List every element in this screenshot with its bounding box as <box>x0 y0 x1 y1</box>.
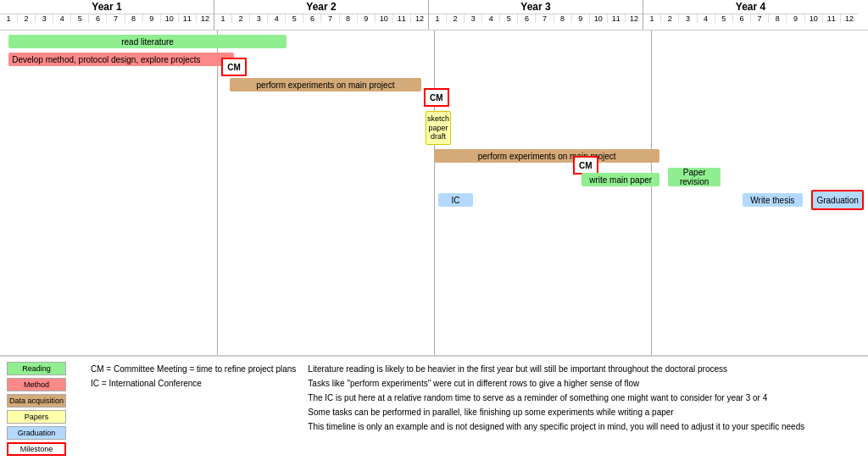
gantt-bars-area: read literature Develop method, protocol… <box>0 31 868 356</box>
bar-ic: IC <box>438 193 473 207</box>
legend-colors: Reading Method Data acquisition Papers G… <box>7 362 79 461</box>
legend-papers: Papers <box>7 410 79 424</box>
legend-area: Reading Method Data acquisition Papers G… <box>0 356 868 466</box>
grid-line-y3 <box>434 31 435 355</box>
bar-read-literature: read literature <box>8 35 287 48</box>
grid-line-y4 <box>651 31 652 355</box>
legend-reading: Reading <box>7 362 79 375</box>
bar-perform-exp2: perform experiments on main project <box>434 149 659 163</box>
year3-label: Year 3 <box>429 0 643 14</box>
year1-months: 1 2 3 4 5 6 7 8 9 10 11 12 <box>0 14 214 23</box>
legend-milestone: Milestone <box>7 442 79 456</box>
year2-label: Year 2 <box>214 0 428 14</box>
milestone-cm2: CM <box>424 88 449 107</box>
header-row: Year 1 1 2 3 4 5 6 7 8 9 10 11 12 Year 2… <box>0 0 868 31</box>
legend-cm-ic-text: CM = Committee Meeting = time to refine … <box>79 362 308 461</box>
year1-block: Year 1 1 2 3 4 5 6 7 8 9 10 11 12 <box>0 0 214 30</box>
year2-months: 1 2 3 4 5 6 7 8 9 10 11 12 <box>214 14 428 23</box>
legend-method: Method <box>7 378 79 391</box>
bar-paper-revision: Paperrevision <box>668 168 720 186</box>
bar-write-main-paper: write main paper <box>581 173 659 186</box>
bar-graduation: Graduation <box>811 190 863 210</box>
bar-sketch-paper: sketchpaperdraft <box>426 111 452 145</box>
gantt-chart: Year 1 1 2 3 4 5 6 7 8 9 10 11 12 Year 2… <box>0 0 868 466</box>
grid-line-y2 <box>217 31 218 355</box>
legend-data-acq: Data acquisition <box>7 394 79 408</box>
bar-write-thesis: Write thesis <box>743 193 804 207</box>
year3-block: Year 3 1 2 3 4 5 6 7 8 9 10 11 12 <box>429 0 643 30</box>
year4-months: 1 2 3 4 5 6 7 8 9 10 11 12 <box>643 14 858 23</box>
year1-label: Year 1 <box>0 0 214 14</box>
year3-months: 1 2 3 4 5 6 7 8 9 10 11 12 <box>429 14 643 23</box>
legend-description: Literature reading is likely to be heavi… <box>308 362 861 461</box>
milestone-cm3: CM <box>573 156 598 175</box>
legend-graduation: Graduation <box>7 426 79 440</box>
bar-develop-method: Develop method, protocol design, explore… <box>8 53 234 66</box>
bar-perform-exp1: perform experiments on main project <box>230 78 420 92</box>
year4-block: Year 4 1 2 3 4 5 6 7 8 9 10 11 12 <box>643 0 858 30</box>
milestone-cm1: CM <box>221 58 247 76</box>
year2-block: Year 2 1 2 3 4 5 6 7 8 9 10 11 12 <box>214 0 429 30</box>
year4-label: Year 4 <box>643 0 858 14</box>
